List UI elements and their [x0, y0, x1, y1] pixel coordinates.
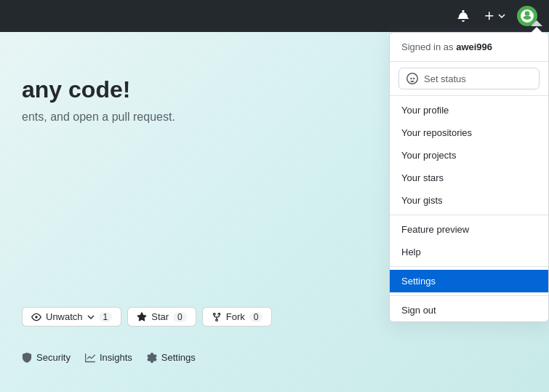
star-label: Star [151, 311, 169, 322]
set-status-label: Set status [424, 73, 466, 84]
dropdown-item-feature-preview[interactable]: Feature preview [390, 218, 548, 241]
gear-icon [147, 353, 157, 363]
dropdown-triangle [531, 27, 542, 33]
dropdown-item-your-projects[interactable]: Your projects [390, 144, 548, 167]
navbar [0, 0, 549, 32]
dropdown-item-settings[interactable]: Settings [390, 270, 548, 292]
smiley-icon [406, 73, 418, 84]
plus-icon [484, 10, 495, 22]
insights-tab-label: Insights [100, 352, 132, 363]
fork-button[interactable]: Fork 0 [202, 307, 273, 327]
navbar-actions [454, 6, 537, 26]
divider-3 [390, 266, 548, 267]
star-button[interactable]: Star 0 [127, 307, 196, 327]
unwatch-count: 1 [99, 312, 113, 322]
settings-tab-label: Settings [161, 352, 196, 363]
dropdown-item-your-repositories[interactable]: Your repositories [390, 121, 548, 144]
dropdown-item-your-gists[interactable]: Your gists [390, 189, 548, 212]
star-count: 0 [173, 312, 187, 322]
security-tab-label: Security [36, 352, 71, 363]
fork-label: Fork [226, 311, 245, 322]
dropdown-username: awei996 [456, 41, 492, 52]
bell-icon [457, 10, 469, 22]
divider-4 [390, 295, 548, 296]
tab-insights[interactable]: Insights [85, 352, 132, 363]
divider-1 [390, 95, 548, 96]
dropdown-item-your-stars[interactable]: Your stars [390, 167, 548, 189]
eye-icon [31, 312, 41, 322]
unwatch-chevron-icon [87, 313, 95, 321]
tab-bar: Security Insights Settings [22, 352, 196, 363]
divider-2 [390, 215, 548, 215]
create-button[interactable] [481, 7, 508, 25]
signed-in-text: Signed in as [401, 41, 454, 52]
graph-icon [85, 353, 95, 363]
user-dropdown-menu: Signed in as awei996 Set status Your pro… [389, 32, 549, 322]
set-status-button[interactable]: Set status [398, 68, 540, 89]
dropdown-item-your-profile[interactable]: Your profile [390, 99, 548, 121]
notifications-button[interactable] [454, 7, 472, 25]
dropdown-item-sign-out[interactable]: Sign out [390, 299, 548, 321]
dropdown-item-help[interactable]: Help [390, 241, 548, 263]
unwatch-label: Unwatch [46, 311, 83, 322]
shield-icon [22, 353, 32, 363]
tab-settings[interactable]: Settings [147, 352, 196, 363]
unwatch-button[interactable]: Unwatch 1 [22, 307, 121, 327]
fork-count: 0 [249, 312, 263, 322]
chevron-down-icon [498, 12, 505, 20]
tab-security[interactable]: Security [22, 352, 71, 363]
dropdown-signed-in-header: Signed in as awei996 [390, 33, 548, 62]
star-icon [137, 312, 147, 322]
fork-icon [212, 312, 222, 322]
action-buttons: Unwatch 1 Star 0 Fork 0 [22, 307, 272, 327]
